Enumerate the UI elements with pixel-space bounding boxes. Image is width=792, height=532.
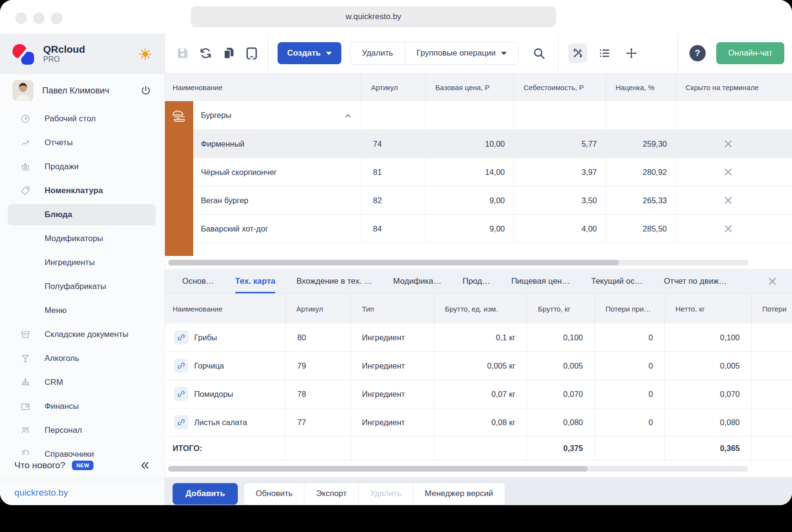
app-window: w.quickresto.by QRcloud PRO xyxy=(0,0,792,505)
column-header[interactable]: Потери при… xyxy=(594,294,664,324)
scrollbar-thumb[interactable] xyxy=(168,260,619,266)
tab-nutrition[interactable]: Пищевая цен… xyxy=(511,269,570,293)
category-color-strip xyxy=(165,101,193,256)
sidebar-item-nomenclature[interactable]: Номенклатура xyxy=(0,179,164,203)
hidden-on-terminal-x-icon[interactable] xyxy=(722,138,734,150)
link-icon[interactable] xyxy=(174,330,188,345)
close-panel-icon[interactable] xyxy=(766,275,779,288)
help-button[interactable]: ? xyxy=(689,45,706,61)
column-header[interactable]: Брутто, кг xyxy=(527,294,594,324)
sidebar-item-reports[interactable]: Отчеты xyxy=(0,131,164,155)
tab-sales[interactable]: Прод… xyxy=(463,269,490,293)
move-button[interactable] xyxy=(622,44,641,63)
tab-main[interactable]: Основ… xyxy=(182,269,214,293)
table-row[interactable]: Горчица 79 Ингредиент 0,005 кг 0,005 0 0… xyxy=(165,352,792,380)
sidebar-item-menu[interactable]: Меню xyxy=(0,299,164,323)
sidebar-item-alcohol[interactable]: Алкоголь xyxy=(0,347,164,370)
logout-power-icon[interactable] xyxy=(140,84,152,97)
terminal-screen-button[interactable] xyxy=(245,46,259,60)
dishes-table-header: Наименование Артикул Базовая цена, Р Себ… xyxy=(165,73,792,101)
column-header[interactable]: Базовая цена, Р xyxy=(425,73,513,101)
table-row[interactable]: Грибы 80 Ингредиент 0,1 кг 0,100 0 0,100 xyxy=(165,324,792,352)
toolbar: Создать Удалить Групповые операции xyxy=(165,34,792,73)
column-header[interactable]: Брутто, ед. изм. xyxy=(434,294,527,324)
version-manager-button[interactable]: Менеджер версий xyxy=(413,483,504,505)
table-row[interactable]: Баварский хот-дог 84 9,00 4,00 285,50 xyxy=(165,215,792,243)
sidebar-item-semifinished[interactable]: Полуфабрикаты xyxy=(0,275,164,299)
site-link[interactable]: quickresto.by xyxy=(0,480,164,505)
sidebar-item-modifiers[interactable]: Модификаторы xyxy=(0,227,164,251)
minimize-window-button[interactable] xyxy=(33,12,45,24)
wallet-icon xyxy=(20,401,31,412)
add-button[interactable]: Добавить xyxy=(173,483,238,505)
sidebar-item-dishes[interactable]: Блюда xyxy=(0,203,164,227)
link-icon[interactable] xyxy=(174,359,188,373)
sidebar-item-staff[interactable]: Персонал xyxy=(0,418,164,442)
chevron-up-icon[interactable] xyxy=(342,109,354,122)
update-button[interactable]: Обновить xyxy=(244,483,304,505)
tab-current-stock[interactable]: Текущий ос… xyxy=(591,269,643,293)
copy-button[interactable] xyxy=(221,46,236,60)
close-window-button[interactable] xyxy=(15,12,27,24)
create-button[interactable]: Создать xyxy=(278,42,341,64)
tab-modifiers[interactable]: Модифика… xyxy=(393,269,442,293)
chevron-down-icon xyxy=(501,52,507,55)
collapse-sidebar-icon[interactable] xyxy=(139,460,150,471)
delete-button[interactable]: Удалить xyxy=(350,42,405,64)
table-row[interactable]: Фирменный 74 10,00 5,77 259,30 xyxy=(165,130,792,158)
sidebar-item-finance[interactable]: Финансы xyxy=(0,394,164,418)
dishes-table: Наименование Артикул Базовая цена, Р Себ… xyxy=(165,73,792,256)
tab-tech-usage[interactable]: Вхождение в тех. … xyxy=(296,269,372,293)
column-header[interactable]: Наценка, % xyxy=(606,73,676,101)
link-icon[interactable] xyxy=(174,415,188,429)
search-icon[interactable] xyxy=(532,46,546,60)
chat-button[interactable]: Онлайн-чат xyxy=(716,42,784,64)
maximize-window-button[interactable] xyxy=(51,12,62,24)
hidden-on-terminal-x-icon[interactable] xyxy=(722,194,734,207)
sidebar-item-sales[interactable]: Продажи xyxy=(0,155,164,179)
table-row[interactable]: Помидоры 78 Ингредиент 0,07 кг 0,070 0 0… xyxy=(165,380,792,408)
group-row[interactable]: Бургеры xyxy=(165,101,792,130)
sidebar-item-dashboard[interactable]: Рабочий стол xyxy=(0,107,164,131)
footer-delete-button[interactable]: Удалить xyxy=(358,483,413,505)
column-header[interactable]: Тип xyxy=(351,294,434,324)
scrollbar-thumb[interactable] xyxy=(168,466,588,472)
table-row[interactable]: Чёрный скорпиончег 81 14,00 3,97 280,92 xyxy=(165,158,792,186)
refresh-button[interactable] xyxy=(198,46,213,60)
column-header[interactable]: Потери xyxy=(751,294,792,324)
people-icon xyxy=(20,425,31,436)
link-icon[interactable] xyxy=(174,387,188,401)
sidebar-item-crm[interactable]: CRM xyxy=(0,370,164,394)
save-button[interactable] xyxy=(175,46,190,60)
detail-tabs: Основ… Тех. карта Вхождение в тех. … Мод… xyxy=(165,269,792,294)
table-row[interactable]: Листья салата 77 Ингредиент 0,08 кг 0,08… xyxy=(165,408,792,437)
hidden-on-terminal-x-icon[interactable] xyxy=(722,222,734,235)
bulk-actions-group: Удалить Групповые операции xyxy=(350,42,519,65)
export-button[interactable]: Экспорт xyxy=(304,483,358,505)
sidebar-item-warehouse-docs[interactable]: Складские документы xyxy=(0,323,164,347)
new-badge: NEW xyxy=(72,461,93,470)
list-view-button[interactable] xyxy=(595,44,614,63)
totals-label: ИТОГО: xyxy=(165,437,285,460)
tab-tech-card[interactable]: Тех. карта xyxy=(235,269,276,293)
theme-sun-icon[interactable] xyxy=(139,47,152,61)
column-header[interactable]: Артикул xyxy=(361,73,425,101)
column-header[interactable]: Наименование xyxy=(165,73,361,101)
brand-name: QRcloud xyxy=(43,44,85,55)
column-header[interactable]: Артикул xyxy=(285,294,351,324)
table-row[interactable]: Веган бургер 82 9,00 3,50 265,33 xyxy=(165,186,792,215)
qrcloud-logo-icon xyxy=(12,43,35,65)
divider xyxy=(268,34,268,73)
column-header[interactable]: Наименование xyxy=(165,294,285,324)
column-header[interactable]: Себестоимость, Р xyxy=(513,73,606,101)
column-header[interactable]: Скрыто на терминале xyxy=(676,73,792,101)
group-operations-button[interactable]: Групповые операции xyxy=(405,42,518,64)
window-controls[interactable] xyxy=(15,12,62,24)
burger-icon xyxy=(171,107,188,125)
sidebar-item-ingredients[interactable]: Ингредиенты xyxy=(0,251,164,275)
tab-movement-report[interactable]: Отчет по движ… xyxy=(664,269,727,293)
column-header[interactable]: Нетто, кг xyxy=(664,294,751,324)
tools-button[interactable] xyxy=(568,44,587,63)
url-bar[interactable]: w.quickresto.by xyxy=(191,6,556,27)
hidden-on-terminal-x-icon[interactable] xyxy=(722,166,734,178)
